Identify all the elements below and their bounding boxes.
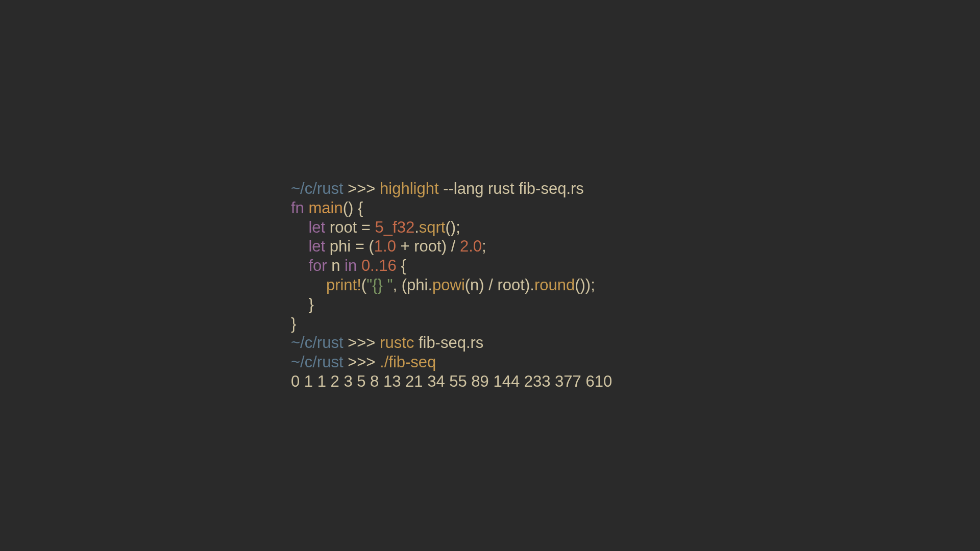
indent-2 xyxy=(291,276,326,294)
fn-name-main: main xyxy=(308,199,342,217)
kw-fn: fn xyxy=(291,199,304,217)
punct-tail: (); xyxy=(445,218,460,236)
prompt-sep: >>> xyxy=(348,334,375,352)
method-powi: powi xyxy=(432,276,465,294)
space xyxy=(357,257,361,274)
program-output: 0 1 1 2 3 5 8 13 21 34 55 89 144 233 377… xyxy=(291,372,612,390)
cmd-rustc: rustc xyxy=(380,334,414,352)
kw-let: let xyxy=(308,218,325,236)
punct-brace-close: } xyxy=(291,295,314,313)
op-eq: = xyxy=(361,218,371,236)
indent xyxy=(291,218,308,236)
literal-1_0: 1.0 xyxy=(374,237,396,255)
method-round: round xyxy=(534,276,575,294)
punct-brace-close: } xyxy=(291,315,296,333)
string-fmt: "{} " xyxy=(366,276,393,294)
prompt-path: ~/c/rust xyxy=(291,334,344,352)
op-eq: = xyxy=(355,237,364,255)
ident-root: root xyxy=(325,218,361,236)
range-0-16: 0..16 xyxy=(361,257,397,274)
punct-semi: ; xyxy=(482,237,486,255)
prompt-sep: >>> xyxy=(348,353,375,371)
expr-mid2: (n) / root). xyxy=(465,276,534,294)
indent xyxy=(291,237,308,255)
expr-plus-root: + root) / xyxy=(396,237,460,255)
cmd-rustc-args: fib-seq.rs xyxy=(414,334,483,352)
op-dot: . xyxy=(414,218,419,236)
punct-brace-open: { xyxy=(397,257,406,274)
kw-for: for xyxy=(308,257,327,274)
punct-parens: () xyxy=(343,199,354,217)
terminal-output: ~/c/rust >>> highlight --lang rust fib-s… xyxy=(291,160,689,391)
ident-n: n xyxy=(327,257,345,274)
prompt-sep: >>> xyxy=(348,180,375,197)
prompt-path: ~/c/rust xyxy=(291,180,344,197)
kw-in: in xyxy=(345,257,357,274)
punct-tail: ()); xyxy=(575,276,595,294)
ident-phi: phi xyxy=(325,237,355,255)
macro-print: print! xyxy=(326,276,361,294)
space xyxy=(371,218,375,236)
kw-let: let xyxy=(308,237,325,255)
prompt-path: ~/c/rust xyxy=(291,353,344,371)
indent xyxy=(291,257,308,274)
punct-brace-open: { xyxy=(353,199,363,217)
cmd-run: ./fib-seq xyxy=(380,353,436,371)
literal-2_0: 2.0 xyxy=(460,237,482,255)
cmd-highlight: highlight xyxy=(380,180,438,197)
expr-mid1: , (phi. xyxy=(393,276,433,294)
punct-open: ( xyxy=(361,276,366,294)
literal-5f32: 5_f32 xyxy=(375,218,415,236)
punct-open: ( xyxy=(364,237,374,255)
cmd-highlight-args: --lang rust fib-seq.rs xyxy=(439,180,584,197)
method-sqrt: sqrt xyxy=(419,218,446,236)
